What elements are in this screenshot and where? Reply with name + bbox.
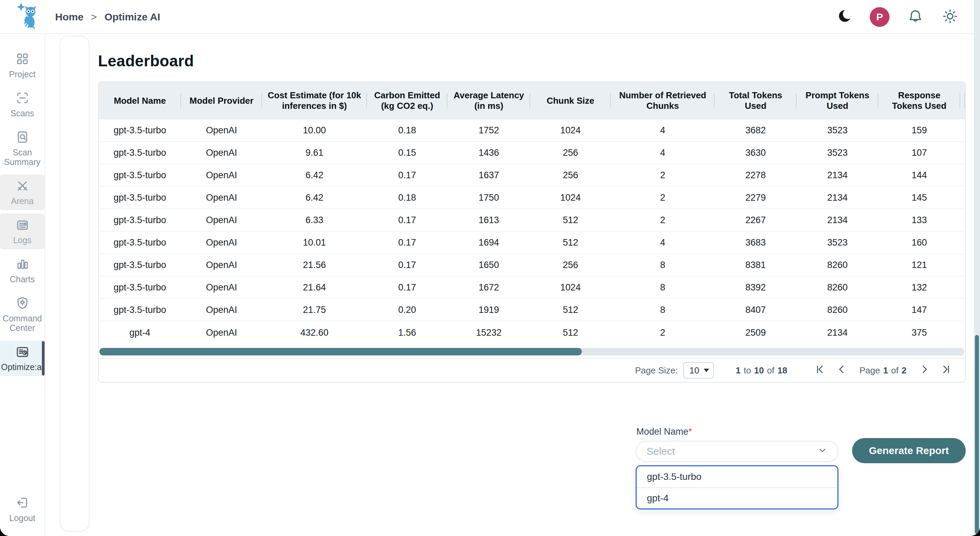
table-cell: 4 bbox=[611, 142, 714, 163]
table-cell: 8392 bbox=[714, 276, 797, 298]
table-cell: 3523 bbox=[797, 232, 878, 254]
vertical-scrollbar-thumb[interactable] bbox=[975, 335, 979, 534]
sidebar-item-scan-summary[interactable]: Scan Summary bbox=[0, 126, 45, 171]
sidebar-item-logs[interactable]: Logs bbox=[0, 214, 45, 249]
settings-button[interactable] bbox=[941, 8, 959, 26]
model-name-dropdown: gpt-3.5-turbo gpt-4 bbox=[636, 465, 838, 509]
table-cell: 0.17 bbox=[367, 254, 447, 276]
top-actions: P bbox=[835, 0, 959, 34]
notifications-button[interactable] bbox=[907, 8, 924, 26]
column-header: Chunk Size bbox=[530, 82, 611, 119]
table-cell: 375 bbox=[878, 321, 960, 344]
table-cell: 256 bbox=[530, 142, 611, 163]
table-cell: 256 bbox=[530, 164, 611, 186]
table-cell: 0.17 bbox=[367, 209, 447, 231]
table-cell: 10.01 bbox=[262, 232, 367, 254]
generate-report-button[interactable]: Generate Report bbox=[852, 438, 966, 463]
sidebar-item-scans[interactable]: Scans bbox=[0, 87, 45, 122]
sidebar-item-label: Arena bbox=[11, 196, 34, 206]
table-cell: 0.17 bbox=[367, 164, 447, 186]
bar-chart-icon bbox=[16, 257, 29, 272]
page-size-select[interactable]: 10 bbox=[683, 362, 714, 379]
table-cell: 132 bbox=[878, 276, 960, 298]
table-cell: 256 bbox=[530, 254, 611, 276]
table-cell: 0.17 bbox=[367, 232, 447, 254]
table-cell: 0.18 bbox=[367, 187, 447, 208]
sidebar-item-optimize-ai[interactable]: Optimize:ai bbox=[0, 341, 45, 376]
horizontal-scrollbar-thumb[interactable] bbox=[99, 348, 582, 355]
table-cell: 121 bbox=[878, 254, 960, 276]
dark-mode-toggle[interactable] bbox=[835, 8, 853, 26]
column-header: Total Tokens Used bbox=[714, 82, 797, 119]
table-cell: 8260 bbox=[797, 254, 878, 276]
bell-icon bbox=[907, 8, 924, 26]
page-size-label: Page Size: bbox=[635, 365, 678, 376]
table-cell: 3682 bbox=[714, 119, 797, 141]
sidebar-item-project[interactable]: Project bbox=[0, 48, 45, 83]
table-cell: 107 bbox=[878, 142, 960, 163]
table-row: gpt-3.5-turboOpenAI6.420.181750102422279… bbox=[99, 187, 965, 209]
model-name-select[interactable]: Select bbox=[636, 441, 838, 462]
table-cell: 160 bbox=[878, 232, 960, 254]
vertical-scrollbar-track[interactable] bbox=[974, 0, 980, 536]
table-cell: 3523 bbox=[797, 142, 878, 163]
scan-icon bbox=[16, 91, 29, 106]
table-cell: 133 bbox=[878, 209, 960, 231]
prev-page-button[interactable] bbox=[836, 365, 847, 376]
leaderboard-table: Model NameModel ProviderCost Estimate (f… bbox=[98, 81, 966, 383]
column-header: Number of Retrieved Chunks bbox=[611, 82, 714, 119]
table-cell: gpt-3.5-turbo bbox=[99, 209, 181, 231]
table-cell: 21.75 bbox=[262, 299, 367, 321]
table-cell: 8381 bbox=[714, 254, 797, 276]
prev-page-icon bbox=[837, 364, 846, 377]
table-body: gpt-3.5-turboOpenAI10.000.18175210244368… bbox=[99, 119, 965, 344]
table-cell: 2 bbox=[611, 321, 714, 344]
table-cell: OpenAI bbox=[181, 164, 262, 186]
logs-icon bbox=[16, 218, 29, 233]
table-cell: 159 bbox=[878, 119, 960, 141]
first-page-button[interactable] bbox=[814, 365, 826, 376]
owl-logo-icon[interactable] bbox=[16, 2, 41, 33]
sidebar-item-label: Scans bbox=[11, 108, 34, 118]
table-cell: 21.64 bbox=[262, 276, 367, 298]
swords-icon bbox=[16, 179, 29, 194]
page-title: Leaderboard bbox=[98, 52, 194, 70]
model-name-label-text: Model Name bbox=[636, 427, 688, 437]
breadcrumb-home-link[interactable]: Home bbox=[55, 11, 83, 23]
dropdown-option-gpt-3-5-turbo[interactable]: gpt-3.5-turbo bbox=[637, 466, 837, 487]
table-cell: 1024 bbox=[530, 119, 611, 141]
table-cell: 145 bbox=[878, 187, 960, 208]
page-current: 1 bbox=[883, 365, 888, 376]
sidebar-item-arena[interactable]: Arena bbox=[0, 174, 45, 210]
breadcrumb-current: Optimize AI bbox=[105, 11, 160, 23]
table-cell: 3683 bbox=[714, 232, 797, 254]
moon-icon bbox=[836, 8, 852, 25]
column-header: Average Latency (in ms) bbox=[447, 82, 530, 119]
page-of-word: of bbox=[891, 365, 899, 376]
first-page-icon bbox=[815, 364, 825, 377]
table-cell: 2134 bbox=[797, 321, 878, 344]
app-window: Home > Optimize AI P bbox=[0, 0, 980, 536]
scan-summary-icon bbox=[16, 130, 29, 145]
table-cell: gpt-3.5-turbo bbox=[99, 119, 181, 141]
sidebar-item-label: Logs bbox=[13, 235, 31, 245]
table-cell: 2509 bbox=[714, 321, 797, 344]
sidebar-item-label: Command Center bbox=[2, 314, 43, 333]
next-page-button[interactable] bbox=[919, 365, 930, 376]
sidebar-item-charts[interactable]: Charts bbox=[0, 253, 45, 289]
last-page-button[interactable] bbox=[940, 365, 952, 376]
table-cell: 432.60 bbox=[262, 321, 367, 344]
table-cell: OpenAI bbox=[181, 276, 262, 298]
avatar[interactable]: P bbox=[870, 7, 889, 27]
table-cell: 512 bbox=[530, 321, 611, 344]
sidebar-item-command-center[interactable]: Command Center bbox=[0, 292, 45, 337]
range-total: 18 bbox=[778, 365, 788, 376]
table-row: gpt-3.5-turboOpenAI6.420.171637256222782… bbox=[99, 164, 965, 187]
pagination-bar: Page Size: 10 1 to 10 of 18 bbox=[99, 358, 965, 382]
table-cell: 0.17 bbox=[367, 276, 447, 298]
table-cell: 8260 bbox=[797, 276, 878, 298]
table-cell: OpenAI bbox=[181, 187, 262, 208]
dropdown-option-gpt-4[interactable]: gpt-4 bbox=[637, 487, 837, 509]
sidebar-item-logout[interactable]: Logout bbox=[0, 492, 45, 527]
horizontal-scrollbar-track[interactable] bbox=[99, 348, 964, 355]
